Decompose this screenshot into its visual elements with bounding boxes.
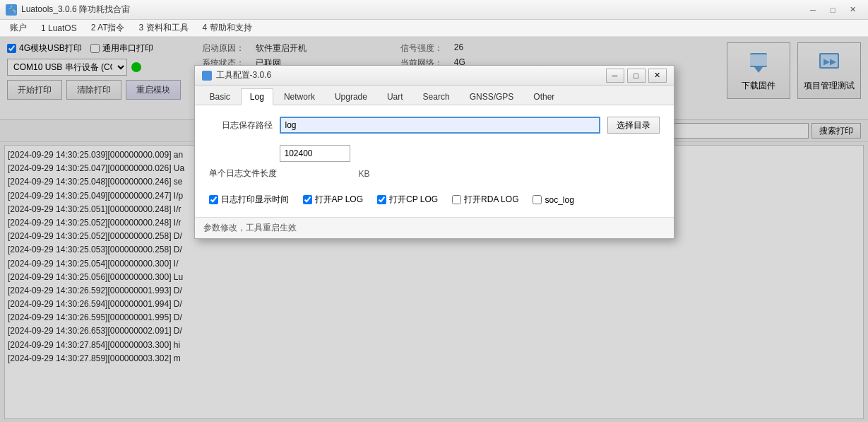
dialog-controls: ─ □ ✕ — [606, 69, 667, 83]
dialog-minimize-button[interactable]: ─ — [606, 69, 624, 83]
svg-text:🔧: 🔧 — [8, 6, 16, 14]
dialog-titlebar: 工具配置-3.0.6 ─ □ ✕ — [195, 66, 674, 86]
check-cp-log-label: 打开CP LOG — [389, 194, 438, 206]
title-bar-controls: ─ □ ✕ — [803, 3, 862, 17]
dialog-content: 日志保存路径 选择目录 单个日志文件长度 KB — [195, 105, 674, 217]
check-ap-log-label: 打开AP LOG — [315, 194, 363, 206]
log-path-input[interactable] — [280, 117, 600, 134]
main-area: 4G模块USB打印 通用串口打印 COM10 USB 串行设备 (COM10) … — [0, 37, 868, 422]
dialog-title: 工具配置-3.0.6 — [202, 69, 272, 81]
menu-item-resources[interactable]: 3 资料和工具 — [132, 20, 196, 35]
check-rda-log-input[interactable] — [452, 195, 461, 204]
check-soc-log-label: soc_log — [545, 195, 573, 205]
dialog-close-button[interactable]: ✕ — [648, 69, 667, 83]
check-soc-log[interactable]: soc_log — [533, 195, 573, 205]
dialog-checkboxes: 日志打印显示时间 打开AP LOG 打开CP LOG 打开RDA LO — [209, 194, 660, 206]
dialog-maximize-button[interactable]: □ — [627, 69, 646, 83]
dialog-title-text: 工具配置-3.0.6 — [216, 69, 272, 81]
file-size-label-row: 单个日志文件长度 KB — [209, 168, 660, 180]
check-rda-log-label: 打开RDA LOG — [464, 194, 518, 206]
tab-other[interactable]: Other — [524, 88, 564, 105]
maximize-button[interactable]: □ — [823, 3, 843, 17]
minimize-button[interactable]: ─ — [803, 3, 823, 17]
tab-upgrade[interactable]: Upgrade — [326, 88, 376, 105]
tab-basic[interactable]: Basic — [201, 88, 239, 105]
dialog-tool-config: 工具配置-3.0.6 ─ □ ✕ Basic Log Network Upgra… — [194, 65, 674, 239]
log-path-label: 日志保存路径 — [209, 119, 273, 131]
menu-item-help[interactable]: 4 帮助和支持 — [196, 20, 259, 35]
menu-item-at[interactable]: 2 AT指令 — [84, 20, 132, 35]
log-path-row: 日志保存路径 选择目录 — [209, 117, 660, 134]
file-size-unit: KB — [359, 169, 370, 179]
check-cp-log[interactable]: 打开CP LOG — [377, 194, 438, 206]
check-timestamp-input[interactable] — [209, 195, 218, 204]
tab-bar: Basic Log Network Upgrade Uart Search GN… — [195, 86, 674, 105]
tab-gnss[interactable]: GNSS/GPS — [460, 88, 523, 105]
choose-dir-button[interactable]: 选择目录 — [607, 117, 660, 134]
check-cp-log-input[interactable] — [377, 195, 386, 204]
close-button[interactable]: ✕ — [843, 3, 862, 17]
check-timestamp[interactable]: 日志打印显示时间 — [209, 194, 289, 206]
check-timestamp-label: 日志打印显示时间 — [221, 194, 289, 206]
check-row: 日志打印显示时间 打开AP LOG 打开CP LOG 打开RDA LO — [209, 194, 660, 206]
check-soc-log-input[interactable] — [533, 195, 542, 204]
check-ap-log[interactable]: 打开AP LOG — [303, 194, 363, 206]
tab-uart[interactable]: Uart — [378, 88, 412, 105]
app-title: Luatools_3.0.6 降功耗找合宙 — [21, 4, 130, 16]
tab-log[interactable]: Log — [241, 88, 273, 105]
menu-bar: 账户 1 LuatOS 2 AT指令 3 资料和工具 4 帮助和支持 — [0, 20, 868, 37]
app-icon: 🔧 — [6, 4, 17, 16]
file-size-row — [209, 145, 660, 162]
menu-item-account[interactable]: 账户 — [3, 20, 34, 35]
file-size-label: 单个日志文件长度 — [209, 168, 273, 180]
dialog-footer: 参数修改，工具重启生效 — [195, 217, 674, 238]
dialog-icon — [202, 71, 212, 81]
tab-network[interactable]: Network — [275, 88, 324, 105]
tab-search[interactable]: Search — [414, 88, 459, 105]
check-ap-log-input[interactable] — [303, 195, 312, 204]
menu-item-luatos[interactable]: 1 LuatOS — [34, 22, 84, 35]
check-rda-log[interactable]: 打开RDA LOG — [452, 194, 518, 206]
title-bar: 🔧 Luatools_3.0.6 降功耗找合宙 ─ □ ✕ — [0, 0, 868, 20]
title-bar-left: 🔧 Luatools_3.0.6 降功耗找合宙 — [6, 4, 130, 16]
footer-text: 参数修改，工具重启生效 — [203, 223, 297, 233]
dialog-overlay: 工具配置-3.0.6 ─ □ ✕ Basic Log Network Upgra… — [0, 37, 868, 422]
file-size-input[interactable] — [280, 145, 350, 162]
